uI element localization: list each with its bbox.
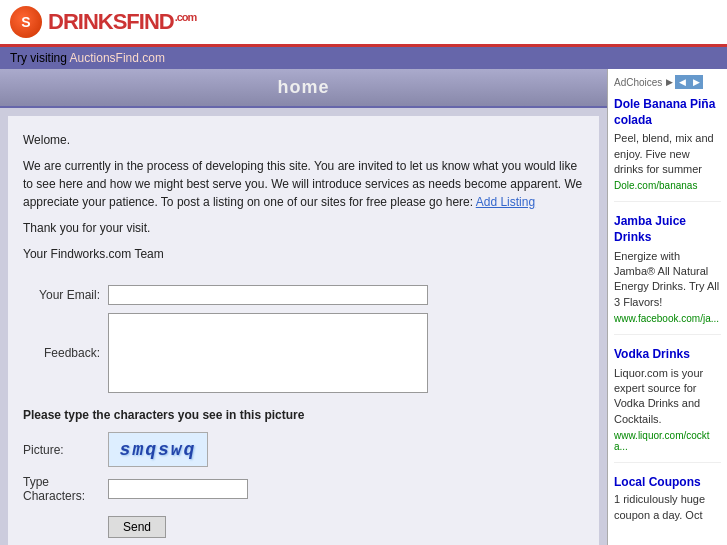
ad-triangle-icon: ▶ — [666, 77, 673, 87]
ad-title-2[interactable]: Jamba Juice Drinks — [614, 214, 721, 245]
content-body: Welome. We are currently in the process … — [8, 116, 599, 545]
home-header: home — [0, 69, 607, 108]
auctions-find-link[interactable]: AuctionsFind.com — [70, 51, 165, 65]
home-title: home — [277, 77, 329, 97]
logo-main-text: DRINKSFIND — [48, 9, 174, 34]
header: S DRINKSFIND.com — [0, 0, 727, 47]
feedback-row: Feedback: — [23, 313, 584, 393]
ad-url-1: Dole.com/bananas — [614, 180, 721, 191]
add-listing-link[interactable]: Add Listing — [476, 195, 535, 209]
logo-letter: S — [21, 14, 30, 30]
email-label: Your Email: — [23, 288, 108, 302]
logo-text: DRINKSFIND.com — [48, 9, 196, 34]
email-input[interactable] — [108, 285, 428, 305]
ad-item-2: Jamba Juice Drinks Energize with Jamba® … — [614, 214, 721, 335]
navbar-text: Try visiting — [10, 51, 70, 65]
local-coupons-title[interactable]: Local Coupons — [614, 475, 721, 489]
ad-title-3[interactable]: Vodka Drinks — [614, 347, 721, 363]
body-text: We are currently in the process of devel… — [23, 157, 584, 211]
navbar: Try visiting AuctionsFind.com — [0, 47, 727, 69]
ad-title-1[interactable]: Dole Banana Piña colada — [614, 97, 721, 128]
logo-area: DRINKSFIND.com — [48, 9, 196, 35]
picture-label: Picture: — [23, 443, 108, 457]
ad-next-button[interactable]: ▶ — [689, 75, 703, 89]
type-label: Type Characters: — [23, 475, 108, 503]
content-area: home Welome. We are currently in the pro… — [0, 69, 607, 545]
logo-icon: S — [10, 6, 42, 38]
ad-choices-bar: AdChoices ▶ ◀ ▶ — [614, 75, 721, 89]
picture-row: Picture: smqswq — [23, 432, 584, 467]
ad-desc-3: Liquor.com is your expert source for Vod… — [614, 366, 721, 428]
ad-desc-1: Peel, blend, mix and enjoy. Five new dri… — [614, 131, 721, 177]
captcha-title: Please type the characters you see in th… — [23, 408, 584, 422]
welcome-text: Welome. — [23, 131, 584, 149]
ad-url-2: www.facebook.com/ja... — [614, 313, 721, 324]
logo-com: .com — [175, 11, 197, 23]
ad-url-3: www.liquor.com/cockta... — [614, 430, 721, 452]
captcha-image: smqswq — [108, 432, 208, 467]
captcha-text: smqswq — [120, 440, 197, 460]
ad-prev-button[interactable]: ◀ — [675, 75, 689, 89]
team-text: Your Findworks.com Team — [23, 245, 584, 263]
captcha-input[interactable] — [108, 479, 248, 499]
main-layout: home Welome. We are currently in the pro… — [0, 69, 727, 545]
email-row: Your Email: — [23, 285, 584, 305]
feedback-textarea[interactable] — [108, 313, 428, 393]
send-button[interactable]: Send — [108, 516, 166, 538]
ad-item-1: Dole Banana Piña colada Peel, blend, mix… — [614, 97, 721, 202]
ad-choices-text: AdChoices — [614, 77, 662, 88]
captcha-section: Please type the characters you see in th… — [23, 408, 584, 538]
ad-desc-2: Energize with Jamba® All Natural Energy … — [614, 249, 721, 311]
thank-you-text: Thank you for your visit. — [23, 219, 584, 237]
ad-item-3: Vodka Drinks Liquor.com is your expert s… — [614, 347, 721, 463]
type-row: Type Characters: — [23, 475, 584, 503]
local-coupons-desc: 1 ridiculously huge coupon a day. Oct — [614, 492, 721, 523]
feedback-label: Feedback: — [23, 346, 108, 360]
local-coupons-block: Local Coupons 1 ridiculously huge coupon… — [614, 475, 721, 523]
sidebar: AdChoices ▶ ◀ ▶ Dole Banana Piña colada … — [607, 69, 727, 545]
